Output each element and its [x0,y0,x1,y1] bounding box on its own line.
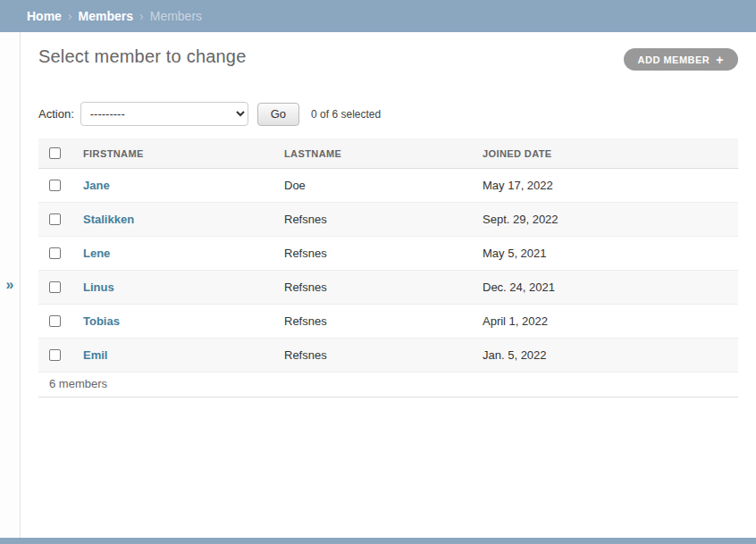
breadcrumb-current-page: Members [150,9,202,23]
row-checkbox[interactable] [49,180,61,191]
breadcrumb-home-link[interactable]: Home [27,9,62,23]
table-row: Linus Refsnes Dec. 24, 2021 [38,271,738,305]
member-table-body: Jane Doe May 17, 2022 Stalikken Refsnes … [38,169,738,372]
member-lastname: Refsnes [277,203,475,237]
table-row: Jane Doe May 17, 2022 [38,169,738,203]
member-lastname: Doe [277,169,475,203]
member-firstname-link[interactable]: Stalikken [83,213,134,226]
member-table: FIRSTNAME LASTNAME JOINED DATE Jane Doe … [38,138,738,372]
member-joined-date: Jan. 5, 2022 [475,339,738,372]
member-joined-date: Dec. 24, 2021 [475,271,738,305]
table-row: Stalikken Refsnes Sept. 29, 2022 [38,203,738,237]
column-header-lastname[interactable]: LASTNAME [277,138,475,169]
sidebar-expand-icon[interactable]: » [6,278,14,292]
column-header-firstname[interactable]: FIRSTNAME [76,138,277,169]
row-checkbox[interactable] [49,315,61,327]
row-checkbox[interactable] [49,213,61,225]
add-member-button-label: ADD MEMBER [638,54,710,65]
plus-icon: + [716,54,724,66]
breadcrumb: Home › Members › Members [0,0,756,32]
add-member-button[interactable]: ADD MEMBER + [624,48,738,71]
table-header-row: FIRSTNAME LASTNAME JOINED DATE [38,138,738,169]
row-checkbox[interactable] [49,349,61,361]
member-joined-date: May 5, 2021 [475,237,738,271]
row-checkbox[interactable] [49,247,61,259]
member-firstname-link[interactable]: Emil [83,348,107,362]
table-row: Tobias Refsnes April 1, 2022 [38,305,738,339]
action-select[interactable]: --------- [80,102,248,126]
collapsed-sidebar: » [0,32,21,538]
member-firstname-link[interactable]: Lene [83,247,110,260]
row-checkbox[interactable] [49,281,61,293]
column-header-joined-date[interactable]: JOINED DATE [475,138,738,169]
member-firstname-link[interactable]: Jane [83,179,110,192]
member-joined-date: May 17, 2022 [475,169,738,203]
page-title: Select member to change [38,46,247,67]
select-all-checkbox[interactable] [49,147,61,159]
action-label: Action: [38,107,74,121]
member-joined-date: Sept. 29, 2022 [475,203,738,237]
breadcrumb-separator: › [139,9,144,23]
member-count: 6 members [38,372,738,398]
table-row: Lene Refsnes May 5, 2021 [38,237,738,271]
member-lastname: Refsnes [277,271,475,305]
member-firstname-link[interactable]: Tobias [83,314,120,328]
member-lastname: Refsnes [277,305,475,339]
page-body: » Select member to change ADD MEMBER + A… [0,32,756,538]
member-joined-date: April 1, 2022 [475,305,738,339]
table-row: Emil Refsnes Jan. 5, 2022 [38,339,738,372]
actions-bar: Action: --------- Go 0 of 6 selected [38,102,738,126]
member-firstname-link[interactable]: Linus [83,280,114,294]
member-lastname: Refsnes [277,339,475,372]
selected-counter: 0 of 6 selected [311,108,381,121]
member-lastname: Refsnes [277,237,475,271]
bottom-bar [0,538,756,544]
go-button[interactable]: Go [257,103,299,126]
breadcrumb-members-link[interactable]: Members [79,9,133,23]
breadcrumb-separator: › [68,9,72,23]
main-content: Select member to change ADD MEMBER + Act… [21,32,756,538]
